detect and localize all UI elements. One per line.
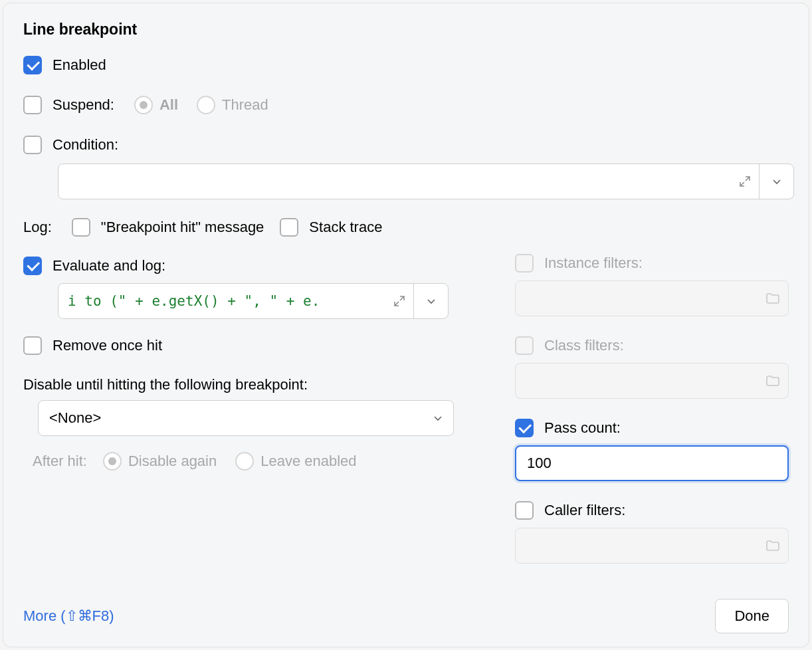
enabled-label: Enabled: [52, 56, 106, 74]
suspend-all-radio[interactable]: [134, 96, 153, 114]
class-filters-checkbox[interactable]: [515, 336, 534, 355]
pass-count-input[interactable]: [526, 454, 778, 473]
suspend-thread-label: Thread: [222, 96, 268, 114]
pass-count-label: Pass count:: [544, 419, 621, 437]
eval-input-wrap: [58, 283, 449, 319]
suspend-all-label: All: [159, 96, 178, 114]
done-button[interactable]: Done: [715, 599, 789, 633]
class-filters-label: Class filters:: [544, 337, 624, 354]
folder-icon[interactable]: [765, 291, 780, 306]
log-bphit-checkbox[interactable]: [72, 218, 90, 237]
after-hit-leave-radio[interactable]: [235, 452, 254, 471]
eval-log-input[interactable]: [58, 284, 385, 318]
chevron-down-icon: [433, 413, 443, 423]
after-hit-label: After hit:: [33, 453, 87, 470]
condition-label: Condition:: [52, 136, 118, 154]
eval-dropdown-icon[interactable]: [413, 284, 448, 318]
suspend-thread-radio[interactable]: [197, 96, 215, 114]
disable-until-select[interactable]: <None>: [38, 400, 454, 436]
remove-once-hit-label: Remove once hit: [52, 337, 162, 354]
after-hit-disable-label: Disable again: [128, 453, 217, 470]
eval-log-label: Evaluate and log:: [52, 257, 165, 274]
enabled-checkbox[interactable]: [23, 56, 42, 74]
pass-count-checkbox[interactable]: [515, 419, 534, 437]
folder-icon[interactable]: [765, 374, 780, 388]
pass-count-input-wrap: [515, 445, 789, 481]
caller-filters-label: Caller filters:: [544, 502, 625, 519]
eval-log-checkbox[interactable]: [23, 257, 42, 275]
condition-checkbox[interactable]: [23, 136, 42, 154]
disable-until-label: Disable until hitting the following brea…: [23, 376, 482, 393]
class-filters-input[interactable]: [515, 363, 789, 399]
caller-filters-checkbox[interactable]: [515, 501, 534, 520]
breakpoint-config-panel: Line breakpoint Enabled Suspend: All Thr…: [3, 3, 809, 647]
after-hit-leave-label: Leave enabled: [260, 453, 356, 470]
instance-filters-label: Instance filters:: [544, 255, 643, 272]
log-bphit-label: "Breakpoint hit" message: [101, 219, 264, 236]
caller-filters-input[interactable]: [515, 528, 789, 564]
instance-filters-input[interactable]: [515, 280, 789, 316]
remove-once-hit-checkbox[interactable]: [23, 336, 42, 355]
disable-until-value: <None>: [49, 409, 101, 427]
expand-icon[interactable]: [385, 284, 413, 318]
panel-title: Line breakpoint: [23, 21, 789, 39]
log-stack-checkbox[interactable]: [280, 218, 298, 237]
log-stack-label: Stack trace: [309, 219, 382, 236]
more-link[interactable]: More (⇧⌘F8): [23, 607, 114, 625]
instance-filters-checkbox[interactable]: [515, 254, 534, 272]
after-hit-disable-radio[interactable]: [103, 452, 122, 471]
log-label: Log:: [23, 219, 52, 236]
folder-icon[interactable]: [765, 538, 780, 553]
suspend-label: Suspend:: [52, 96, 114, 114]
suspend-checkbox[interactable]: [23, 96, 42, 114]
